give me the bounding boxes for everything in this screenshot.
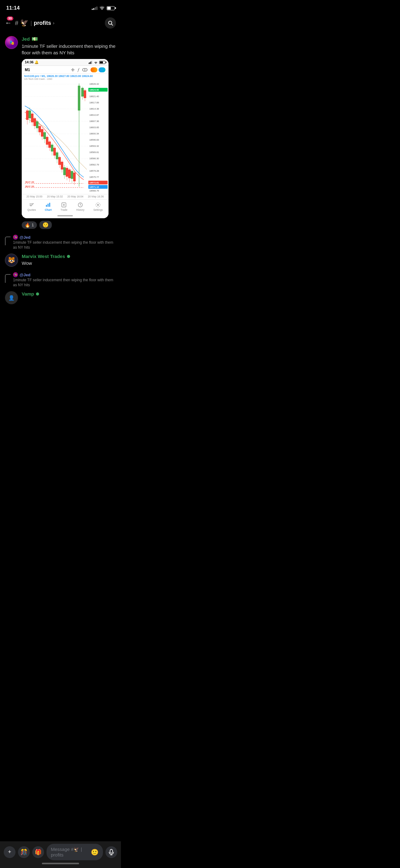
reply-text-marvix: 1minute TF seller inducement then wiping… [13, 240, 116, 250]
message-content-jed: Jed 💵 1minute TF seller inducement then … [22, 36, 116, 229]
chart-nav-history[interactable]: History [76, 202, 84, 211]
message-vamp: 👤 Vamp [0, 289, 121, 310]
svg-rect-57 [38, 126, 41, 132]
channel-name: profits [34, 20, 51, 26]
reply-content-vamp: 🎭 @Jed 1minute TF seller inducement then… [13, 272, 116, 287]
svg-text:18607.36: 18607.36 [89, 120, 99, 123]
svg-rect-94 [49, 203, 50, 207]
fire-count: 1 [32, 223, 34, 227]
reply-content-marvix: 🎭 @Jed 1minute TF seller inducement then… [13, 235, 116, 250]
messages-container: 🎭 Jed 💵 1minute TF seller inducement the… [0, 31, 121, 344]
channel-divider: | [30, 20, 32, 26]
svg-rect-83 [71, 171, 73, 179]
svg-rect-53 [33, 118, 36, 126]
chart-subtitle: US Tech 100 Cash - USD [24, 78, 106, 81]
chart-nav-settings[interactable]: Settings [93, 202, 103, 211]
svg-point-99 [97, 204, 99, 206]
svg-text:18628.42: 18628.42 [89, 83, 99, 85]
reply-quote-vamp: 🎭 @Jed 1minute TF seller inducement then… [5, 272, 116, 287]
channel-emoji: 🦅 [20, 19, 29, 27]
add-reaction-button[interactable]: 🙂 [39, 221, 52, 229]
reply-username-jed-vamp: @Jed [20, 273, 30, 277]
svg-rect-85 [73, 173, 76, 181]
svg-text:BUY 20: BUY 20 [26, 185, 34, 188]
channel-header: # 🦅 | profits › [15, 19, 102, 27]
status-time: 11:14 [6, 5, 20, 11]
svg-text:18575.77: 18575.77 [89, 176, 99, 179]
reply-block-vamp-container: 🎭 @Jed 1minute TF seller inducement then… [0, 269, 121, 287]
message-content-vamp: Vamp [22, 291, 116, 298]
svg-rect-7 [92, 61, 92, 64]
chart-nav-chart[interactable]: Chart [45, 202, 52, 211]
reply-quote-marvix: 🎭 @Jed 1minute TF seller inducement then… [5, 235, 116, 250]
chart-nav-trade[interactable]: Trade [61, 202, 67, 211]
svg-rect-4 [89, 63, 89, 64]
reply-avatar-small: 🎭 [13, 235, 18, 240]
svg-rect-77 [63, 167, 66, 175]
svg-rect-71 [56, 152, 58, 159]
battery-icon [107, 6, 115, 10]
fire-emoji: 🔥 [25, 223, 30, 227]
svg-rect-61 [43, 132, 46, 139]
chart-screenshot: 14:36 🔔 M1 ✛ 𝑓 [22, 59, 108, 218]
svg-text:18600.34: 18600.34 [89, 132, 99, 135]
chart-timeframe: M1 [25, 68, 30, 72]
search-button[interactable] [105, 18, 116, 29]
username-vamp: Vamp [22, 291, 34, 297]
svg-text:18593.32: 18593.32 [89, 145, 99, 148]
wifi-icon [99, 6, 105, 11]
chart-symbol: NAS100.pro • M1, 18626.30 18627.80 18623… [24, 74, 106, 78]
message-header-jed: Jed 💵 [22, 36, 116, 42]
svg-rect-73 [58, 157, 61, 165]
svg-rect-89 [81, 88, 84, 97]
reply-text-vamp: 1minute TF seller inducement then wiping… [13, 278, 116, 287]
home-indicator [57, 215, 73, 216]
svg-text:18568.75: 18568.75 [89, 189, 99, 192]
user-emoji-jed: 💵 [32, 36, 38, 42]
svg-text:18582.79: 18582.79 [89, 163, 99, 166]
nav-bar: ← 99 # 🦅 | profits › [0, 15, 121, 31]
signal-icon [92, 6, 97, 10]
username-jed: Jed [22, 36, 30, 41]
reply-corner-icon [5, 237, 10, 245]
svg-text:18589.81: 18589.81 [89, 151, 99, 154]
svg-line-1 [111, 24, 112, 25]
chevron-icon: › [53, 21, 55, 26]
message-jed: 🎭 Jed 💵 1minute TF seller inducement the… [0, 34, 121, 231]
svg-rect-91 [84, 90, 86, 98]
svg-rect-63 [46, 137, 48, 145]
notification-badge: 99 [7, 17, 13, 21]
svg-rect-92 [46, 205, 47, 207]
avatar-vamp: 👤 [5, 291, 18, 304]
back-button[interactable]: ← 99 [5, 19, 12, 27]
svg-text:18603.85: 18603.85 [89, 126, 99, 129]
username-marvix: Marvix West Trades [22, 254, 65, 259]
svg-rect-47 [26, 111, 29, 120]
svg-rect-75 [61, 162, 63, 169]
svg-text:18596.83: 18596.83 [89, 138, 99, 141]
svg-rect-67 [51, 145, 53, 152]
svg-text:18624.60: 18624.60 [89, 89, 99, 91]
message-header-vamp: Vamp [22, 291, 116, 297]
svg-rect-81 [68, 169, 71, 178]
svg-rect-51 [31, 114, 33, 122]
reply-avatar-small-vamp: 🎭 [13, 272, 18, 277]
svg-text:18572.61: 18572.61 [89, 181, 99, 184]
svg-text:18586.30: 18586.30 [89, 157, 99, 160]
svg-text:18614.38: 18614.38 [89, 107, 99, 110]
chart-nav-quotes[interactable]: Quotes [27, 202, 36, 211]
reply-corner-vamp-icon [5, 274, 10, 283]
svg-rect-93 [48, 204, 49, 207]
fire-reaction[interactable]: 🔥 1 [22, 221, 37, 229]
online-indicator-vamp [36, 292, 39, 296]
online-indicator-marvix [67, 255, 70, 258]
avatar-jed: 🎭 [5, 36, 18, 49]
svg-rect-87 [78, 86, 80, 111]
svg-text:👤: 👤 [8, 295, 14, 301]
message-header-marvix: Marvix West Trades [22, 254, 116, 259]
svg-rect-49 [29, 111, 31, 118]
reply-block-marvix-container: 🎭 @Jed 1minute TF seller inducement then… [0, 231, 121, 250]
svg-rect-69 [53, 148, 56, 156]
reactions-row: 🔥 1 🙂 [22, 221, 116, 229]
svg-text:18579.28: 18579.28 [89, 169, 99, 172]
